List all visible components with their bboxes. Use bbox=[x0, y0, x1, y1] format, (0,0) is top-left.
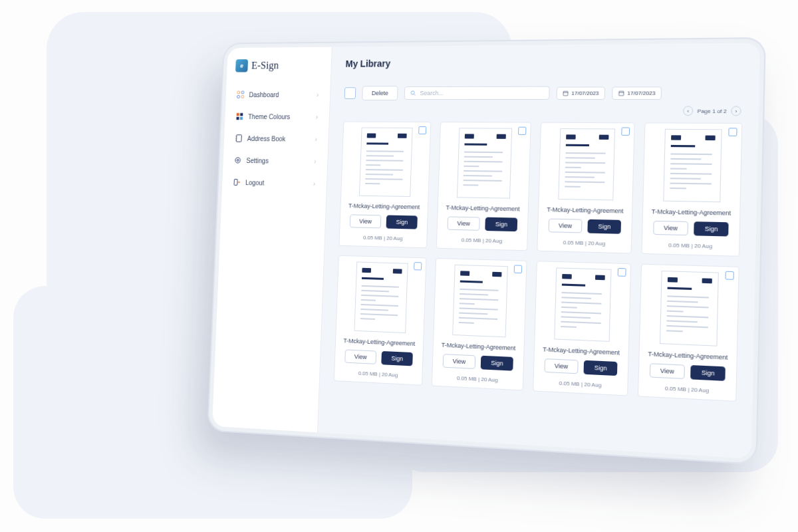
pager: ‹ Page 1 of 2 › bbox=[344, 106, 741, 116]
search-input[interactable] bbox=[420, 90, 543, 96]
svg-rect-2 bbox=[237, 96, 240, 98]
document-thumbnail[interactable] bbox=[659, 271, 718, 346]
palette-icon bbox=[236, 112, 243, 120]
view-button[interactable]: View bbox=[442, 354, 475, 369]
document-checkbox[interactable] bbox=[728, 128, 737, 136]
search-input-wrap[interactable] bbox=[404, 86, 550, 100]
svg-rect-5 bbox=[240, 113, 243, 116]
sign-button[interactable]: Sign bbox=[386, 215, 418, 229]
sign-button[interactable]: Sign bbox=[485, 217, 517, 232]
document-meta: 0.05 MB | 20 Aug bbox=[358, 370, 398, 378]
svg-rect-14 bbox=[234, 180, 237, 186]
main-content: My Library Delete 17/07/2023 17/07/202 bbox=[318, 43, 760, 458]
sidebar-item-settings[interactable]: Settings › bbox=[227, 150, 325, 172]
document-card: T-Mckay-Letting-Agreement View Sign 0.05… bbox=[641, 122, 742, 257]
sidebar-item-label: Settings bbox=[246, 157, 269, 164]
view-button[interactable]: View bbox=[653, 221, 688, 235]
svg-rect-1 bbox=[241, 91, 244, 94]
document-meta: 0.05 MB | 20 Aug bbox=[363, 235, 403, 242]
pager-label: Page 1 of 2 bbox=[698, 108, 727, 114]
sidebar-item-label: Theme Colours bbox=[248, 113, 291, 120]
sign-button[interactable]: Sign bbox=[381, 351, 413, 366]
date-from-value: 17/07/2023 bbox=[571, 90, 599, 96]
svg-rect-7 bbox=[240, 117, 243, 120]
svg-rect-19 bbox=[619, 91, 624, 95]
view-button[interactable]: View bbox=[350, 214, 382, 228]
document-meta: 0.05 MB | 20 Aug bbox=[559, 380, 601, 388]
sign-button[interactable]: Sign bbox=[690, 365, 726, 381]
document-meta: 0.05 MB | 20 Aug bbox=[665, 385, 710, 394]
svg-rect-8 bbox=[236, 135, 241, 142]
select-all-checkbox[interactable] bbox=[344, 87, 356, 99]
chevron-right-icon: › bbox=[314, 158, 317, 165]
chevron-right-icon: › bbox=[313, 180, 316, 187]
sidebar-item-label: Address Book bbox=[247, 135, 286, 142]
app-screen: e E-Sign Dashboard › bbox=[212, 43, 760, 458]
calendar-icon bbox=[618, 90, 625, 96]
document-checkbox[interactable] bbox=[621, 127, 630, 136]
delete-button[interactable]: Delete bbox=[362, 86, 398, 100]
document-meta: 0.05 MB | 20 Aug bbox=[563, 239, 605, 247]
document-card: T-Mckay-Letting-Agreement View Sign 0.05… bbox=[533, 261, 631, 396]
date-to-value: 17/07/2023 bbox=[627, 90, 655, 96]
document-name: T-Mckay-Letting-Agreement bbox=[543, 346, 620, 356]
sign-button[interactable]: Sign bbox=[481, 356, 513, 371]
document-checkbox[interactable] bbox=[518, 127, 527, 135]
document-checkbox[interactable] bbox=[618, 268, 626, 277]
view-button[interactable]: View bbox=[548, 219, 582, 233]
svg-rect-6 bbox=[236, 117, 239, 120]
document-thumbnail[interactable] bbox=[452, 265, 508, 338]
svg-rect-3 bbox=[241, 96, 244, 98]
view-button[interactable]: View bbox=[447, 216, 480, 230]
logo-mark-icon: e bbox=[235, 59, 248, 72]
document-checkbox[interactable] bbox=[514, 265, 523, 273]
document-name: T-Mckay-Letting-Agreement bbox=[442, 342, 516, 352]
svg-line-16 bbox=[414, 94, 416, 96]
svg-rect-17 bbox=[563, 91, 568, 95]
logout-icon bbox=[233, 178, 241, 186]
document-thumbnail[interactable] bbox=[358, 128, 412, 198]
sidebar: e E-Sign Dashboard › bbox=[212, 47, 332, 433]
chevron-right-icon: › bbox=[315, 135, 317, 142]
sidebar-item-dashboard[interactable]: Dashboard › bbox=[229, 84, 327, 104]
sidebar-item-theme-colours[interactable]: Theme Colours › bbox=[228, 106, 326, 128]
svg-rect-4 bbox=[237, 113, 239, 116]
view-button[interactable]: View bbox=[650, 363, 686, 379]
document-card: T-Mckay-Letting-Agreement View Sign 0.05… bbox=[334, 255, 427, 386]
sidebar-item-label: Dashboard bbox=[249, 91, 279, 98]
pager-next-button[interactable]: › bbox=[731, 106, 741, 116]
calendar-icon bbox=[563, 90, 569, 96]
sign-button[interactable]: Sign bbox=[584, 360, 618, 376]
document-thumbnail[interactable] bbox=[558, 128, 615, 200]
sidebar-item-address-book[interactable]: Address Book › bbox=[227, 128, 325, 149]
document-checkbox[interactable] bbox=[414, 262, 422, 270]
tablet-device: e E-Sign Dashboard › bbox=[207, 37, 766, 465]
document-meta: 0.05 MB | 20 Aug bbox=[462, 237, 503, 244]
document-thumbnail[interactable] bbox=[554, 267, 611, 342]
document-thumbnail[interactable] bbox=[354, 261, 408, 333]
view-button[interactable]: View bbox=[344, 349, 376, 364]
date-from-picker[interactable]: 17/07/2023 bbox=[556, 86, 605, 100]
document-grid: T-Mckay-Letting-Agreement View Sign 0.05… bbox=[334, 121, 743, 402]
document-card: T-Mckay-Letting-Agreement View Sign 0.05… bbox=[537, 122, 634, 254]
svg-rect-0 bbox=[237, 91, 240, 94]
document-name: T-Mckay-Letting-Agreement bbox=[547, 206, 623, 215]
chevron-right-icon: › bbox=[317, 91, 319, 98]
document-checkbox[interactable] bbox=[418, 126, 426, 134]
document-card: T-Mckay-Letting-Agreement View Sign 0.05… bbox=[638, 264, 739, 402]
toolbar: Delete 17/07/2023 17/07/2023 bbox=[344, 85, 743, 100]
document-thumbnail[interactable] bbox=[663, 129, 722, 202]
document-thumbnail[interactable] bbox=[456, 128, 511, 198]
document-checkbox[interactable] bbox=[725, 271, 733, 280]
sidebar-item-label: Logout bbox=[245, 179, 265, 186]
document-meta: 0.05 MB | 20 Aug bbox=[457, 375, 498, 383]
gear-icon bbox=[234, 156, 241, 164]
chevron-right-icon: › bbox=[316, 113, 319, 120]
sign-button[interactable]: Sign bbox=[694, 221, 729, 236]
pager-prev-button[interactable]: ‹ bbox=[683, 106, 693, 116]
sign-button[interactable]: Sign bbox=[588, 219, 622, 234]
sidebar-item-logout[interactable]: Logout › bbox=[225, 172, 323, 194]
date-to-picker[interactable]: 17/07/2023 bbox=[612, 86, 662, 100]
view-button[interactable]: View bbox=[544, 358, 579, 374]
search-icon bbox=[410, 90, 416, 96]
